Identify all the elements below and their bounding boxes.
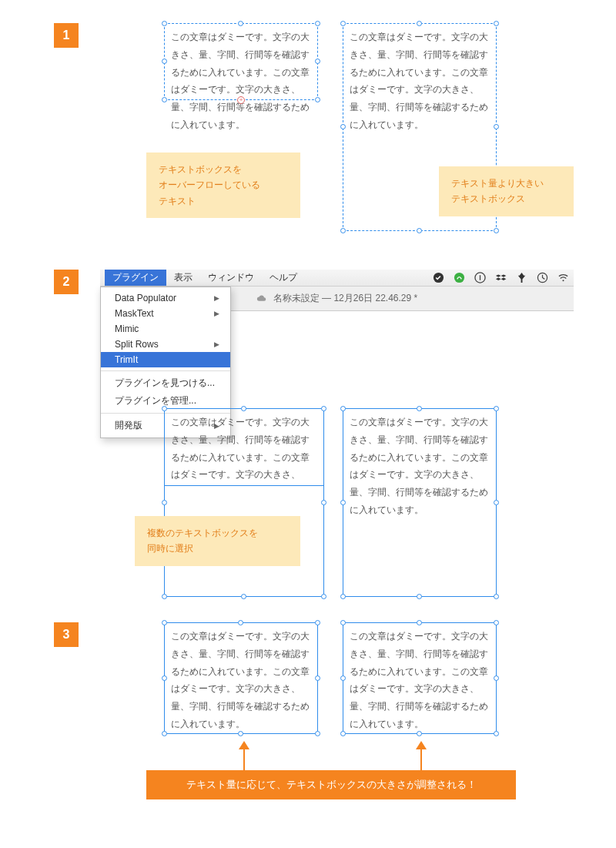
dropdown-item-mimic[interactable]: Mimic xyxy=(101,321,230,337)
textbox-result-left-text: この文章はダミーです。文字の大きさ、量、字間、行間等を確認するために入れています… xyxy=(165,623,317,738)
text-baseline-divider xyxy=(164,485,324,486)
section-3: 3 この文章はダミーです。文字の大きさ、量、字間、行間等を確認するために入れてい… xyxy=(0,608,616,847)
textbox-selected-right[interactable]: この文章はダミーです。文字の大きさ、量、字間、行間等を確認するために入れています… xyxy=(343,408,497,597)
step-badge-3: 3 xyxy=(54,622,79,647)
menubar: プラグイン 表示 ウィンドウ ヘルプ xyxy=(100,270,574,287)
step-badge-1: 1 xyxy=(54,23,79,48)
dropdown-label: プラグインを管理... xyxy=(115,394,196,407)
dropdown-label: TrimIt xyxy=(115,354,138,365)
textbox-overflow[interactable]: この文章はダミーです。文字の大きさ、量、字間、行間等を確認するために入れています… xyxy=(164,23,318,100)
result-banner: テキスト量に応じて、テキストボックスの大きさが調整される！ xyxy=(146,770,516,799)
svg-point-5 xyxy=(562,280,564,281)
dropdown-item-masktext[interactable]: MaskText▶ xyxy=(101,306,230,321)
menu-window[interactable]: ウィンドウ xyxy=(200,270,262,286)
textbox-result-right-text: この文章はダミーです。文字の大きさ、量、字間、行間等を確認するために入れています… xyxy=(343,623,496,738)
textbox-selected-left-text: この文章はダミーです。文字の大きさ、量、字間、行間等を確認するために入れています… xyxy=(165,409,323,486)
dropdown-item-trimit[interactable]: TrimIt xyxy=(101,352,230,367)
chevron-right-icon: ▶ xyxy=(214,340,219,348)
menu-plugin[interactable]: プラグイン xyxy=(105,270,166,286)
dropdown-label: Mimic xyxy=(115,323,139,334)
callout-multi-select: 複数のテキストボックスを 同時に選択 xyxy=(135,516,300,566)
check-icon xyxy=(433,272,444,283)
dropdown-item-split-rows[interactable]: Split Rows▶ xyxy=(101,337,230,352)
menu-view[interactable]: 表示 xyxy=(166,270,200,286)
menu-help[interactable]: ヘルプ xyxy=(262,270,305,286)
textbox-selected-left[interactable]: この文章はダミーです。文字の大きさ、量、字間、行間等を確認するために入れています… xyxy=(164,408,324,597)
dropdown-label: Split Rows xyxy=(115,339,159,350)
section-1: 1 この文章はダミーです。文字の大きさ、量、字間、行間等を確認するために入れてい… xyxy=(0,0,616,254)
step-badge-2: 2 xyxy=(54,270,79,294)
clock-icon xyxy=(537,272,548,283)
line-icon xyxy=(454,272,465,283)
arrow-stem xyxy=(420,749,422,770)
callout-overflow: テキストボックスを オーバーフローしている テキスト xyxy=(146,153,300,218)
dropdown-label: MaskText xyxy=(115,308,154,319)
cloud-icon xyxy=(256,293,267,304)
chevron-right-icon: ▶ xyxy=(214,310,219,317)
pin-icon xyxy=(516,272,527,283)
dropdown-label: Data Populator xyxy=(115,293,176,303)
svg-rect-3 xyxy=(480,275,480,280)
textbox-selected-right-text: この文章はダミーです。文字の大きさ、量、字間、行間等を確認するために入れています… xyxy=(343,409,496,524)
textbox-overflow-text: この文章はダミーです。文字の大きさ、量、字間、行間等を確認するために入れています… xyxy=(165,24,317,139)
app-window: プラグイン 表示 ウィンドウ ヘルプ xyxy=(100,270,574,311)
svg-point-1 xyxy=(454,273,464,283)
section-2: 2 プラグイン 表示 ウィンドウ ヘルプ xyxy=(0,254,616,608)
dropdown-find-plugins[interactable]: プラグインを見つける... xyxy=(101,374,230,392)
chevron-right-icon: ▶ xyxy=(214,294,219,302)
dropdown-label: プラグインを見つける... xyxy=(115,377,215,390)
textbox-result-right[interactable]: この文章はダミーです。文字の大きさ、量、字間、行間等を確認するために入れています… xyxy=(343,622,497,734)
callout-oversized: テキスト量より大きい テキストボックス xyxy=(439,166,574,216)
textbox-result-left[interactable]: この文章はダミーです。文字の大きさ、量、字間、行間等を確認するために入れています… xyxy=(164,622,318,734)
onepassword-icon xyxy=(474,272,486,283)
dropdown-label: 開発版 xyxy=(115,419,142,432)
overflow-icon: + xyxy=(237,96,245,104)
dropdown-item-data-populator[interactable]: Data Populator▶ xyxy=(101,290,230,306)
window-title: 名称未設定 — 12月26日 22.46.29 * xyxy=(273,292,417,305)
arrow-stem xyxy=(243,749,245,770)
menubar-extras xyxy=(433,272,569,283)
dropbox-icon xyxy=(495,272,507,283)
wifi-icon xyxy=(557,272,569,283)
textbox-oversized-text: この文章はダミーです。文字の大きさ、量、字間、行間等を確認するために入れています… xyxy=(343,24,496,139)
